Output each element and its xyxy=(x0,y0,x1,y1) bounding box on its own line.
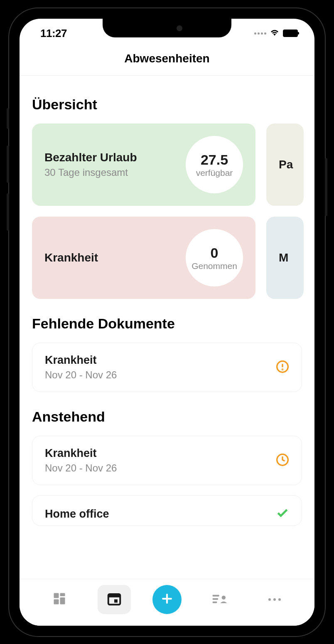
volume-down-button xyxy=(7,193,9,231)
page-header: Abwesenheiten xyxy=(20,44,314,76)
list-item-range: Nov 20 - Nov 26 xyxy=(45,369,117,381)
tab-people[interactable] xyxy=(203,585,236,614)
content-scroll[interactable]: Übersicht Bezahlter Urlaub 30 Tage insge… xyxy=(20,76,314,579)
card-sickness[interactable]: Krankheit 0 Genommen xyxy=(32,217,255,299)
card-paid-vacation[interactable]: Bezahlter Urlaub 30 Tage insgesamt 27.5 … xyxy=(32,123,255,206)
svg-point-19 xyxy=(278,598,281,601)
section-title-overview: Übersicht xyxy=(32,96,302,113)
card-peek-2[interactable]: M xyxy=(266,217,304,299)
status-indicators xyxy=(254,28,298,38)
check-icon xyxy=(276,506,289,521)
battery-icon xyxy=(283,30,298,37)
wifi-icon xyxy=(270,28,280,38)
card-value-label: Genommen xyxy=(192,261,237,271)
notch xyxy=(103,19,231,37)
calendar-icon xyxy=(106,591,122,608)
svg-rect-9 xyxy=(108,594,120,597)
svg-rect-7 xyxy=(60,597,65,605)
svg-rect-13 xyxy=(213,595,219,597)
svg-point-17 xyxy=(268,598,271,601)
svg-rect-15 xyxy=(213,602,217,603)
screen: 11:27 Abwesenheiten Übersicht xyxy=(20,19,314,626)
pending-item-sickness[interactable]: Krankheit Nov 20 - Nov 26 xyxy=(32,436,302,485)
pending-item-home-office[interactable]: Home office xyxy=(32,495,302,526)
svg-point-2 xyxy=(282,369,282,370)
front-camera xyxy=(177,25,182,31)
card-value: 0 xyxy=(211,245,219,261)
signal-dots-icon xyxy=(254,32,266,35)
svg-point-16 xyxy=(222,596,226,600)
svg-rect-5 xyxy=(60,593,65,597)
volume-up-button xyxy=(7,146,9,183)
overview-row-1: Bezahlter Urlaub 30 Tage insgesamt 27.5 … xyxy=(32,123,302,206)
overview-row-2: Krankheit 0 Genommen M xyxy=(32,217,302,299)
card-name: Krankheit xyxy=(44,251,98,264)
power-button xyxy=(325,158,327,216)
list-item-title: Home office xyxy=(45,508,109,521)
list-item-title: Krankheit xyxy=(45,354,117,367)
tab-add-button[interactable] xyxy=(152,585,182,614)
more-icon xyxy=(267,596,282,603)
card-value: 27.5 xyxy=(201,152,228,168)
tab-dashboard[interactable] xyxy=(43,585,76,614)
card-peek-text: M xyxy=(279,251,288,264)
mute-switch xyxy=(7,108,9,129)
people-list-icon xyxy=(211,592,228,607)
missing-doc-item[interactable]: Krankheit Nov 20 - Nov 26 xyxy=(32,343,302,392)
svg-point-18 xyxy=(273,598,276,601)
tab-bar xyxy=(20,579,314,626)
list-item-title: Krankheit xyxy=(45,447,117,460)
card-peek-text: Pa xyxy=(279,158,293,171)
card-name: Bezahlter Urlaub xyxy=(44,151,137,164)
clock-icon xyxy=(276,453,289,468)
card-value-label: verfügbar xyxy=(196,168,233,178)
svg-rect-10 xyxy=(114,600,118,603)
card-subtitle: 30 Tage insgesamt xyxy=(44,167,137,178)
svg-rect-6 xyxy=(54,600,59,605)
svg-rect-14 xyxy=(213,598,218,600)
section-title-pending: Anstehend xyxy=(32,409,302,425)
card-value-circle: 0 Genommen xyxy=(186,229,243,286)
card-peek-1[interactable]: Pa xyxy=(266,123,304,206)
status-time: 11:27 xyxy=(40,27,67,40)
tab-calendar[interactable] xyxy=(98,585,131,614)
plus-icon xyxy=(160,592,174,607)
alert-circle-icon xyxy=(276,360,289,375)
list-item-range: Nov 20 - Nov 26 xyxy=(45,462,117,474)
phone-frame: 11:27 Abwesenheiten Übersicht xyxy=(9,8,325,636)
page-title: Abwesenheiten xyxy=(20,52,314,65)
section-title-missing: Fehlende Dokumente xyxy=(32,316,302,332)
svg-rect-4 xyxy=(54,593,59,598)
tab-more[interactable] xyxy=(258,585,291,614)
dashboard-icon xyxy=(52,591,67,608)
card-value-circle: 27.5 verfügbar xyxy=(186,136,243,193)
